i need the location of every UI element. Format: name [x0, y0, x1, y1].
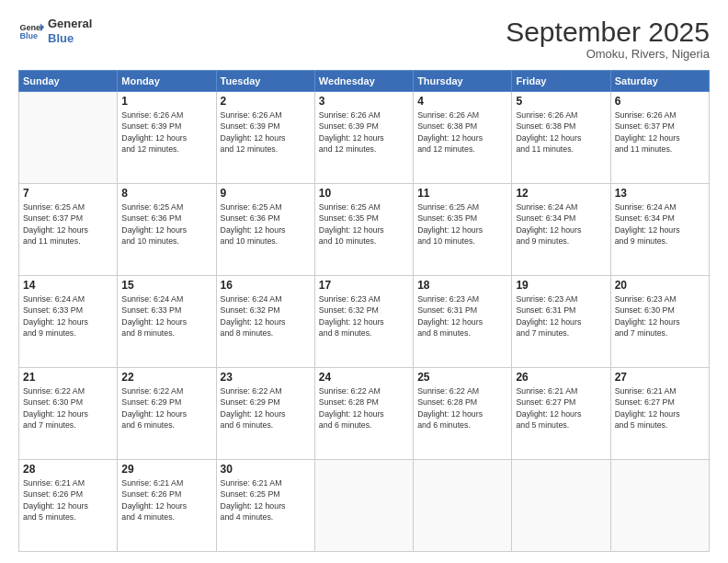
calendar-cell: 10Sunrise: 6:25 AM Sunset: 6:35 PM Dayli…	[314, 184, 413, 276]
calendar-cell: 9Sunrise: 6:25 AM Sunset: 6:36 PM Daylig…	[216, 184, 314, 276]
calendar-cell: 1Sunrise: 6:26 AM Sunset: 6:39 PM Daylig…	[118, 92, 216, 184]
logo-general: General	[48, 17, 92, 31]
day-info: Sunrise: 6:23 AM Sunset: 6:32 PM Dayligh…	[319, 293, 409, 339]
day-number: 7	[23, 187, 113, 200]
calendar-cell: 30Sunrise: 6:21 AM Sunset: 6:25 PM Dayli…	[216, 460, 314, 552]
day-number: 9	[221, 187, 311, 200]
col-header-sunday: Sunday	[19, 71, 118, 92]
day-number: 1	[121, 95, 211, 108]
calendar-cell: 28Sunrise: 6:21 AM Sunset: 6:26 PM Dayli…	[19, 460, 118, 552]
day-info: Sunrise: 6:25 AM Sunset: 6:37 PM Dayligh…	[23, 201, 113, 247]
col-header-tuesday: Tuesday	[216, 71, 314, 92]
calendar-cell: 24Sunrise: 6:22 AM Sunset: 6:28 PM Dayli…	[314, 368, 413, 460]
day-info: Sunrise: 6:26 AM Sunset: 6:39 PM Dayligh…	[221, 109, 311, 155]
calendar-cell: 11Sunrise: 6:25 AM Sunset: 6:35 PM Dayli…	[414, 184, 512, 276]
calendar-cell: 25Sunrise: 6:22 AM Sunset: 6:28 PM Dayli…	[414, 368, 512, 460]
calendar-table: SundayMondayTuesdayWednesdayThursdayFrid…	[18, 70, 710, 552]
col-header-saturday: Saturday	[610, 71, 709, 92]
calendar-cell: 2Sunrise: 6:26 AM Sunset: 6:39 PM Daylig…	[216, 92, 314, 184]
day-number: 10	[319, 187, 409, 200]
day-info: Sunrise: 6:21 AM Sunset: 6:27 PM Dayligh…	[516, 385, 606, 431]
day-info: Sunrise: 6:21 AM Sunset: 6:27 PM Dayligh…	[615, 385, 705, 431]
day-number: 17	[319, 279, 409, 292]
day-number: 2	[221, 95, 311, 108]
calendar-cell: 26Sunrise: 6:21 AM Sunset: 6:27 PM Dayli…	[512, 368, 610, 460]
day-number: 11	[417, 187, 507, 200]
day-number: 26	[516, 371, 606, 384]
day-info: Sunrise: 6:25 AM Sunset: 6:36 PM Dayligh…	[121, 201, 211, 247]
calendar-cell: 21Sunrise: 6:22 AM Sunset: 6:30 PM Dayli…	[19, 368, 118, 460]
calendar-header-row: SundayMondayTuesdayWednesdayThursdayFrid…	[19, 71, 710, 92]
day-number: 13	[615, 187, 705, 200]
logo: General Blue General Blue	[18, 17, 92, 45]
day-number: 20	[615, 279, 705, 292]
col-header-friday: Friday	[512, 71, 610, 92]
calendar-cell: 17Sunrise: 6:23 AM Sunset: 6:32 PM Dayli…	[314, 276, 413, 368]
day-number: 12	[516, 187, 606, 200]
calendar-cell: 12Sunrise: 6:24 AM Sunset: 6:34 PM Dayli…	[512, 184, 610, 276]
col-header-wednesday: Wednesday	[314, 71, 413, 92]
day-number: 28	[23, 463, 113, 476]
day-number: 29	[121, 463, 211, 476]
day-number: 25	[417, 371, 507, 384]
day-info: Sunrise: 6:22 AM Sunset: 6:29 PM Dayligh…	[221, 385, 311, 431]
calendar-cell: 6Sunrise: 6:26 AM Sunset: 6:37 PM Daylig…	[610, 92, 709, 184]
day-info: Sunrise: 6:21 AM Sunset: 6:25 PM Dayligh…	[221, 477, 311, 523]
day-info: Sunrise: 6:26 AM Sunset: 6:37 PM Dayligh…	[615, 109, 705, 155]
day-info: Sunrise: 6:26 AM Sunset: 6:38 PM Dayligh…	[516, 109, 606, 155]
calendar-cell: 18Sunrise: 6:23 AM Sunset: 6:31 PM Dayli…	[414, 276, 512, 368]
day-info: Sunrise: 6:21 AM Sunset: 6:26 PM Dayligh…	[121, 477, 211, 523]
day-number: 24	[319, 371, 409, 384]
title-block: September 2025 Omoku, Rivers, Nigeria	[506, 17, 710, 61]
day-info: Sunrise: 6:26 AM Sunset: 6:38 PM Dayligh…	[417, 109, 507, 155]
calendar-cell: 7Sunrise: 6:25 AM Sunset: 6:37 PM Daylig…	[19, 184, 118, 276]
week-row-1: 1Sunrise: 6:26 AM Sunset: 6:39 PM Daylig…	[19, 92, 710, 184]
day-info: Sunrise: 6:22 AM Sunset: 6:30 PM Dayligh…	[23, 385, 113, 431]
week-row-4: 21Sunrise: 6:22 AM Sunset: 6:30 PM Dayli…	[19, 368, 710, 460]
day-number: 16	[221, 279, 311, 292]
calendar-cell: 27Sunrise: 6:21 AM Sunset: 6:27 PM Dayli…	[610, 368, 709, 460]
day-info: Sunrise: 6:24 AM Sunset: 6:33 PM Dayligh…	[23, 293, 113, 339]
day-info: Sunrise: 6:24 AM Sunset: 6:33 PM Dayligh…	[121, 293, 211, 339]
svg-text:Blue: Blue	[19, 31, 38, 40]
calendar-cell	[414, 460, 512, 552]
calendar-cell: 4Sunrise: 6:26 AM Sunset: 6:38 PM Daylig…	[414, 92, 512, 184]
day-info: Sunrise: 6:22 AM Sunset: 6:28 PM Dayligh…	[417, 385, 507, 431]
day-number: 4	[417, 95, 507, 108]
calendar-cell: 20Sunrise: 6:23 AM Sunset: 6:30 PM Dayli…	[610, 276, 709, 368]
day-info: Sunrise: 6:26 AM Sunset: 6:39 PM Dayligh…	[319, 109, 409, 155]
calendar-cell: 8Sunrise: 6:25 AM Sunset: 6:36 PM Daylig…	[118, 184, 216, 276]
calendar-cell: 16Sunrise: 6:24 AM Sunset: 6:32 PM Dayli…	[216, 276, 314, 368]
calendar-cell	[19, 92, 118, 184]
logo-icon: General Blue	[18, 18, 44, 44]
calendar-cell: 15Sunrise: 6:24 AM Sunset: 6:33 PM Dayli…	[118, 276, 216, 368]
week-row-3: 14Sunrise: 6:24 AM Sunset: 6:33 PM Dayli…	[19, 276, 710, 368]
calendar-cell: 23Sunrise: 6:22 AM Sunset: 6:29 PM Dayli…	[216, 368, 314, 460]
day-number: 19	[516, 279, 606, 292]
calendar-cell: 14Sunrise: 6:24 AM Sunset: 6:33 PM Dayli…	[19, 276, 118, 368]
col-header-monday: Monday	[118, 71, 216, 92]
calendar-cell	[610, 460, 709, 552]
calendar-cell: 3Sunrise: 6:26 AM Sunset: 6:39 PM Daylig…	[314, 92, 413, 184]
calendar-cell: 22Sunrise: 6:22 AM Sunset: 6:29 PM Dayli…	[118, 368, 216, 460]
header: General Blue General Blue September 2025…	[18, 17, 710, 61]
calendar-cell: 29Sunrise: 6:21 AM Sunset: 6:26 PM Dayli…	[118, 460, 216, 552]
day-info: Sunrise: 6:25 AM Sunset: 6:35 PM Dayligh…	[319, 201, 409, 247]
calendar-cell: 5Sunrise: 6:26 AM Sunset: 6:38 PM Daylig…	[512, 92, 610, 184]
logo-blue: Blue	[48, 31, 92, 46]
day-info: Sunrise: 6:22 AM Sunset: 6:28 PM Dayligh…	[319, 385, 409, 431]
day-info: Sunrise: 6:22 AM Sunset: 6:29 PM Dayligh…	[121, 385, 211, 431]
day-number: 27	[615, 371, 705, 384]
day-number: 21	[23, 371, 113, 384]
day-number: 15	[121, 279, 211, 292]
day-number: 22	[121, 371, 211, 384]
day-info: Sunrise: 6:23 AM Sunset: 6:31 PM Dayligh…	[417, 293, 507, 339]
day-number: 14	[23, 279, 113, 292]
calendar-cell	[314, 460, 413, 552]
calendar-cell: 13Sunrise: 6:24 AM Sunset: 6:34 PM Dayli…	[610, 184, 709, 276]
col-header-thursday: Thursday	[414, 71, 512, 92]
day-info: Sunrise: 6:24 AM Sunset: 6:34 PM Dayligh…	[516, 201, 606, 247]
day-info: Sunrise: 6:23 AM Sunset: 6:31 PM Dayligh…	[516, 293, 606, 339]
day-number: 8	[121, 187, 211, 200]
day-info: Sunrise: 6:25 AM Sunset: 6:35 PM Dayligh…	[417, 201, 507, 247]
